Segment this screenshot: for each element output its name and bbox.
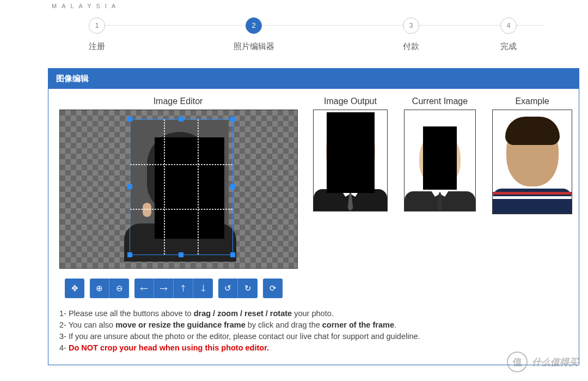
- crop-handle-tm[interactable]: [179, 117, 183, 122]
- arrow-left-icon: 🡐: [140, 284, 148, 293]
- rotate-ccw-icon: ↺: [224, 283, 231, 293]
- rotate-ccw-button[interactable]: ↺: [218, 279, 238, 298]
- crop-handle-tl[interactable]: [127, 117, 132, 122]
- editor-toolbar: ✥ ⊕ ⊖ 🡐 🡒 🡑 🡓 ↺ ↻ ⟳: [59, 279, 297, 298]
- zoom-in-button[interactable]: ⊕: [90, 279, 109, 298]
- rotate-group: ↺ ↻: [218, 279, 258, 298]
- step-1: 1 注册: [64, 17, 130, 52]
- pan-right-button[interactable]: 🡒: [154, 279, 174, 298]
- step-1-label: 注册: [64, 41, 130, 52]
- output-title: Image Output: [313, 96, 388, 106]
- instruction-line-3: 3- If you are unsure about the photo or …: [59, 331, 568, 342]
- pan-left-button[interactable]: 🡐: [134, 279, 154, 298]
- editor-panel: 图像编辑 Image Editor: [48, 68, 579, 365]
- step-3-number: 3: [403, 17, 419, 34]
- thumb-redaction: [327, 112, 375, 193]
- output-column: Image Output: [313, 96, 388, 214]
- thumb-hair: [505, 117, 560, 145]
- move-button[interactable]: ✥: [65, 279, 84, 298]
- step-4-number: 4: [500, 17, 517, 34]
- step-3: 3 付款: [378, 17, 444, 52]
- step-3-label: 付款: [378, 41, 444, 52]
- pan-down-button[interactable]: 🡓: [193, 279, 213, 298]
- preview-column: Image Output Current Image: [313, 96, 572, 214]
- reset-icon: ⟳: [270, 283, 277, 293]
- crop-guide: [198, 119, 199, 255]
- crop-guide: [130, 209, 232, 210]
- example-title: Example: [492, 96, 572, 106]
- reset-button[interactable]: ⟳: [263, 279, 283, 298]
- arrow-down-icon: 🡓: [199, 284, 207, 293]
- step-2-number: 2: [246, 17, 262, 34]
- crop-handle-br[interactable]: [230, 252, 235, 257]
- zoom-group: ⊕ ⊖: [90, 279, 129, 298]
- step-2-label: 照片编辑器: [221, 41, 286, 52]
- current-column: Current Image: [404, 96, 476, 214]
- crop-handle-tr[interactable]: [230, 117, 235, 122]
- editor-canvas[interactable]: [59, 110, 298, 269]
- thumb-redaction: [423, 126, 457, 190]
- crop-handle-bm[interactable]: [179, 252, 183, 257]
- step-4: 4 完成: [476, 17, 541, 52]
- rotate-cw-button[interactable]: ↻: [238, 279, 258, 298]
- zoom-in-icon: ⊕: [96, 283, 103, 293]
- example-thumbnail: [492, 110, 572, 214]
- progress-stepper: 1 注册 2 照片编辑器 3 付款 4 完成: [48, 12, 572, 56]
- panel-title: 图像编辑: [48, 69, 579, 89]
- crop-guide: [130, 164, 232, 165]
- pan-group: 🡐 🡒 🡑 🡓: [134, 279, 213, 298]
- output-thumbnail: [313, 110, 388, 211]
- crop-guide: [164, 119, 165, 255]
- shirt-stripe: [493, 196, 572, 199]
- step-4-label: 完成: [476, 41, 541, 52]
- instruction-line-1: 1- Please use all the buttons above to d…: [59, 308, 568, 319]
- brand-text: MALAYSIA: [52, 3, 120, 9]
- rotate-cw-icon: ↻: [244, 283, 252, 293]
- step-1-number: 1: [89, 17, 105, 34]
- thumb-body: [493, 189, 572, 214]
- arrow-up-icon: 🡑: [179, 284, 187, 293]
- arrow-right-icon: 🡒: [160, 284, 168, 293]
- crop-handle-ml[interactable]: [127, 184, 132, 189]
- instruction-line-4: 4- Do NOT crop your head when using this…: [59, 342, 568, 354]
- instructions: 1- Please use all the buttons above to d…: [59, 308, 568, 354]
- example-column: Example: [492, 96, 572, 214]
- instruction-line-2: 2- You can also move or resize the guida…: [59, 319, 568, 331]
- current-title: Current Image: [404, 96, 476, 106]
- crop-handle-mr[interactable]: [230, 184, 235, 189]
- shirt-stripe: [493, 192, 572, 195]
- zoom-out-button[interactable]: ⊖: [109, 279, 129, 298]
- step-2: 2 照片编辑器: [221, 17, 286, 52]
- crop-frame[interactable]: [130, 119, 233, 255]
- watermark-badge-icon: 值: [507, 352, 528, 372]
- pan-up-button[interactable]: 🡑: [174, 279, 193, 298]
- move-icon: ✥: [71, 283, 78, 293]
- watermark: 值 什么值得买: [507, 352, 578, 372]
- editor-title: Image Editor: [59, 96, 297, 106]
- zoom-out-icon: ⊖: [116, 283, 123, 293]
- current-thumbnail: [404, 110, 476, 211]
- editor-column: Image Editor: [59, 96, 297, 298]
- crop-handle-bl[interactable]: [127, 252, 132, 257]
- watermark-text: 什么值得买: [532, 356, 578, 368]
